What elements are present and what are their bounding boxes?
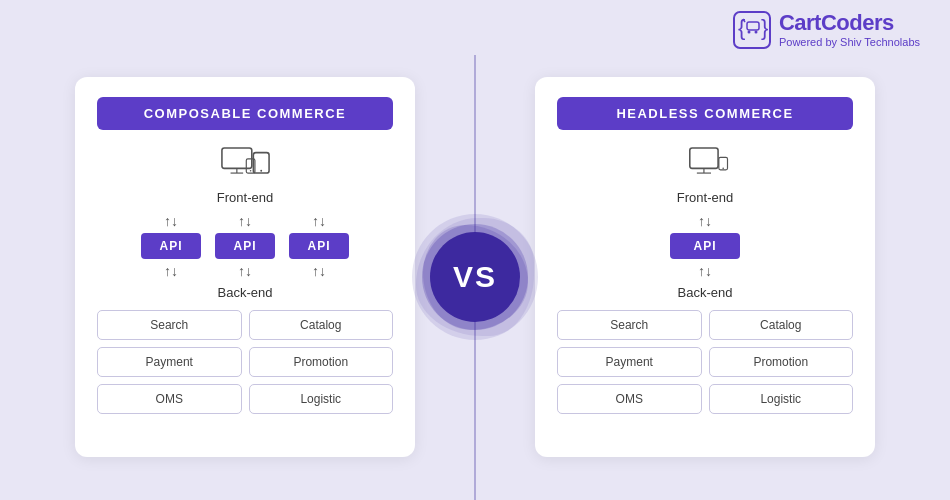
logo-cart: Cart [779,10,821,35]
arrow-up-3: ↑↓ [289,213,349,229]
composable-api-btn-3: API [289,233,349,259]
headless-service-promotion: Promotion [709,347,854,377]
headless-arrow-up: ↑↓ [670,213,740,229]
svg-text:}: } [761,15,768,40]
vs-badge: VS [430,232,520,322]
composable-device-icon-area [97,146,393,186]
logo-subtitle: Powered by Shiv Technolabs [779,36,920,49]
header: { } CartCoders Powered by Shiv Technolab… [0,0,950,55]
svg-point-4 [747,30,750,33]
logo-brand-name: CartCoders [779,10,920,36]
headless-device-icon [678,146,733,186]
composable-api-btn-1: API [141,233,201,259]
composable-service-catalog: Catalog [249,310,394,340]
composable-commerce-title: COMPOSABLE COMMERCE [97,97,393,130]
arrow-down-3: ↑↓ [289,263,349,279]
composable-service-grid: Search Catalog Payment Promotion OMS Log… [97,310,393,414]
headless-service-oms: OMS [557,384,702,414]
headless-arrows-bottom: ↑↓ [670,263,740,279]
composable-frontend-label: Front-end [97,190,393,205]
headless-service-catalog: Catalog [709,310,854,340]
svg-point-5 [754,30,757,33]
headless-device-icon-area [557,146,853,186]
headless-commerce-card: HEADLESS COMMERCE Front-end ↑↓ API [535,77,875,457]
logo-text: CartCoders Powered by Shiv Technolabs [779,10,920,50]
svg-rect-14 [689,148,717,168]
headless-arrow-down: ↑↓ [670,263,740,279]
composable-service-payment: Payment [97,347,242,377]
composable-service-search: Search [97,310,242,340]
composable-commerce-card: COMPOSABLE COMMERCE Front-end ↑↓ ↑↓ [75,77,415,457]
headless-arrows-top: ↑↓ [670,213,740,229]
arrow-down-2: ↑↓ [215,263,275,279]
composable-service-promotion: Promotion [249,347,394,377]
composable-device-icon [218,146,273,186]
logo-coders: Coders [821,10,894,35]
composable-arrows-top: ↑↓ ↑↓ ↑↓ [141,213,349,229]
headless-service-logistic: Logistic [709,384,854,414]
headless-frontend-label: Front-end [557,190,853,205]
cart-logo-icon: { } [733,11,771,49]
headless-service-grid: Search Catalog Payment Promotion OMS Log… [557,310,853,414]
logo-area: { } CartCoders Powered by Shiv Technolab… [733,10,920,50]
headless-api-btn: API [670,233,740,259]
svg-rect-7 [221,148,251,168]
arrow-down-1: ↑↓ [141,263,201,279]
composable-service-oms: OMS [97,384,242,414]
headless-api-section: ↑↓ API ↑↓ [557,211,853,281]
svg-text:{: { [738,15,745,40]
composable-api-row: API API API [141,233,349,259]
headless-backend-label: Back-end [557,285,853,300]
composable-api-section: ↑↓ ↑↓ ↑↓ API API API ↑↓ ↑↓ ↑↓ [97,211,393,281]
arrow-up-2: ↑↓ [215,213,275,229]
composable-arrows-bottom: ↑↓ ↑↓ ↑↓ [141,263,349,279]
headless-api-row: API [670,233,740,259]
arrow-up-1: ↑↓ [141,213,201,229]
svg-rect-3 [747,22,759,30]
main-content: VS COMPOSABLE COMMERCE Front-end ↑↓ [0,55,950,500]
composable-service-logistic: Logistic [249,384,394,414]
headless-commerce-title: HEADLESS COMMERCE [557,97,853,130]
composable-api-btn-2: API [215,233,275,259]
svg-point-18 [722,168,724,170]
composable-backend-label: Back-end [97,285,393,300]
headless-service-payment: Payment [557,347,702,377]
headless-service-search: Search [557,310,702,340]
svg-point-11 [260,170,262,172]
svg-point-13 [249,170,251,172]
